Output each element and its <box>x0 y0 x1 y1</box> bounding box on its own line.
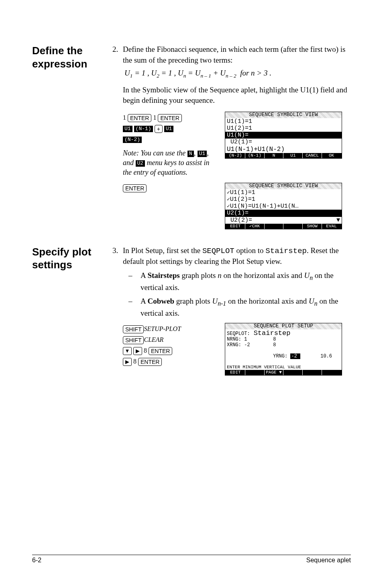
screen-softkey-row: EDIT ✓CHK SHOW EVAL <box>225 224 342 229</box>
page-footer: 6-2 Sequence aplet <box>32 555 351 564</box>
step-number-3: 3. <box>112 245 123 267</box>
softkey-n-minus-2: (N-2) <box>123 137 142 143</box>
footer-title: Sequence aplet <box>306 557 351 564</box>
screen-line: U1(2)=1 <box>227 125 340 132</box>
screen-line: U1(1)=1 <box>227 118 340 125</box>
screen-symbolic-view-editing: SEQUENCE SYMBOLIC VIEW U1(1)=1 U1(2)=1 U… <box>225 112 342 159</box>
key-enter: ENTER <box>128 114 151 122</box>
screen-line: U2(1)= <box>227 139 340 145</box>
screen-title: SEQUENCE SYMBOLIC VIEW <box>225 112 342 118</box>
fibonacci-formula: U1 = 1 , U2 = 1 , Un = Un – 1 + Un – 2 f… <box>124 68 351 80</box>
down-arrow-key: ▼ <box>123 347 132 355</box>
bullet-cobweb: – A Cobweb graph plots Un-1 on the horiz… <box>128 296 351 319</box>
screen-prompt: ENTER MINIMUM VERTICAL VALUE <box>225 365 342 370</box>
screen-line: YRNG: -2 10.6 <box>227 348 340 365</box>
softkey-u1: U1 <box>198 151 207 157</box>
key-enter: ENTER <box>138 358 162 366</box>
screen-line: SEQPLOT: Stairstep <box>227 329 340 337</box>
screen-plot-setup: SEQUENCE PLOT SETUP SEQPLOT: Stairstep N… <box>225 323 342 376</box>
screen-line: U1(N)=U1(N-1)+U1(N… <box>227 203 340 210</box>
key-row-setup-plot: SHIFTSETUP-PLOT <box>123 324 215 334</box>
screen-highlighted-line: U1(N)= <box>225 132 342 139</box>
screen-symbolic-view-defined: SEQUENCE SYMBOLIC VIEW U1(1)=1 U1(2)=1 U… <box>225 183 342 229</box>
screen-line: U1(2)=1 <box>227 196 340 203</box>
softkey-u1: U1 <box>164 126 174 132</box>
step-3-text: In Plot Setup, first set the SEQPLOT opt… <box>123 245 351 267</box>
screen-highlighted-line: U2(1)= <box>225 210 342 216</box>
key-row-right-8-enter: ▶ 8 ENTER <box>123 357 215 366</box>
key-sequence-row3: (N-2) <box>123 135 215 144</box>
key-plus: + <box>155 125 163 133</box>
screen-title: SEQUENCE SYMBOLIC VIEW <box>225 183 342 189</box>
softkey-n: N <box>187 151 194 157</box>
step-2-text: Define the Fibonacci sequence, in which … <box>123 44 351 65</box>
bullet-stairsteps: – A Stairsteps graph plots n on the hori… <box>128 270 351 293</box>
key-enter: ENTER <box>149 347 172 355</box>
key-shift: SHIFT <box>123 325 144 333</box>
screen-edit-line: U1(N-1)+U1(N-2) <box>225 146 342 153</box>
softkey-u2: U2 <box>136 160 145 167</box>
screen-line: U2(2)=▼ <box>227 217 340 224</box>
screen-line: U1(1)=1 <box>227 189 340 196</box>
key-enter: ENTER <box>158 114 181 122</box>
heading-specify-plot-settings: Specify plot settings <box>32 245 112 376</box>
step-number-2: 2. <box>112 44 123 65</box>
screen-line: XRNG: -2 8 <box>227 343 340 348</box>
page-number: 6-2 <box>32 557 41 564</box>
softkey-n-minus-1: (N-1) <box>134 126 153 132</box>
screen-title: SEQUENCE PLOT SETUP <box>225 323 342 329</box>
key-shift: SHIFT <box>123 336 144 344</box>
key-row-nav-8-enter: ▼ ▶ 8 ENTER <box>123 346 215 355</box>
screen-line: NRNG: 1 8 <box>227 337 340 343</box>
symbolic-view-instruction: In the Symbolic view of the Sequence apl… <box>123 85 351 106</box>
right-arrow-key: ▶ <box>123 358 132 366</box>
screen-softkey-row: (N-2) (N-1) N U1 CANCL OK <box>225 153 342 158</box>
key-enter: ENTER <box>123 184 147 192</box>
key-row-clear: SHIFTCLEAR <box>123 335 215 345</box>
heading-define-expression: Define the expression <box>32 44 112 229</box>
screen-softkey-row: EDIT PAGE ▼ <box>225 370 342 375</box>
right-arrow-key: ▶ <box>133 347 142 355</box>
key-sequence-row2: U1 (N-1) + U1 <box>123 124 215 133</box>
softkey-u1: U1 <box>123 126 132 132</box>
note-menu-keys: Note: You can use the N, U1, and U2 menu… <box>123 148 215 178</box>
key-sequence-row1: 1 ENTER 1 ENTER <box>123 113 215 122</box>
